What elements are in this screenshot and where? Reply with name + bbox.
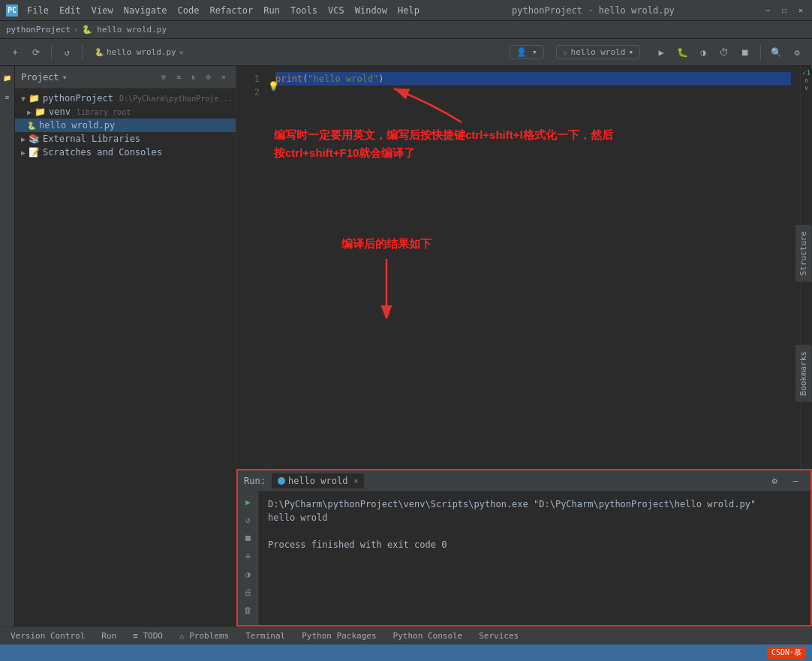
toolbar-revert[interactable]: ↺ (58, 44, 76, 62)
tab-version-control[interactable]: Version Control (3, 629, 92, 642)
tab-python-packages[interactable]: Python Packages (294, 629, 383, 642)
menu-file[interactable]: File (23, 4, 53, 17)
title-bar-controls: — ☐ ✕ (762, 5, 806, 16)
tree-venv[interactable]: ▶ 📁 venv library root (15, 105, 236, 119)
toolbar-add[interactable]: + (6, 44, 24, 62)
panel-collapse-icon[interactable]: ⇅ (188, 71, 200, 83)
menu-window[interactable]: Window (350, 4, 392, 17)
sidebar-project-icon[interactable]: 📁 (0, 69, 17, 87)
tab-hello-wrold[interactable]: 🐍 hello wrold.py ✕ (89, 47, 190, 57)
branch-icon: ⬦ (563, 47, 568, 57)
menu-vcs[interactable]: VCS (323, 4, 349, 17)
scratch-icon: 📝 (29, 147, 40, 158)
panel-expand-icon[interactable]: ≡ (173, 71, 185, 83)
editor-area: 1 2 print("hello wrold") 💡 (236, 66, 812, 626)
menu-help[interactable]: Help (393, 4, 424, 17)
profile-button[interactable]: 👤 ▾ (510, 45, 543, 59)
run-print-icon[interactable]: 🖨 (241, 584, 256, 599)
search-button[interactable]: 🔍 (767, 44, 785, 62)
menu-bar: File Edit View Navigate Code Refactor Ru… (23, 4, 424, 17)
toolbar-sync[interactable]: ⟳ (27, 44, 45, 62)
tree-external-libs[interactable]: ▶ 📚 External Libraries (15, 132, 236, 146)
run-label: Run: (244, 476, 266, 486)
close-button[interactable]: ✕ (795, 5, 806, 16)
keyword-print: print (275, 74, 302, 84)
toolbar-separator-3 (760, 45, 761, 60)
tab-close-icon[interactable]: ✕ (179, 48, 184, 56)
gutter-checkmark: ✓1 (802, 69, 810, 77)
code-line-2 (275, 86, 791, 99)
menu-run[interactable]: Run (259, 4, 284, 17)
left-sidebar: 📁 ≡ (0, 66, 15, 626)
project-panel-title: Project ▾ (21, 72, 68, 83)
annotation-arrow-1 (386, 81, 477, 128)
line-number-1: 1 (236, 72, 266, 86)
panel-add-icon[interactable]: ⊕ (158, 71, 170, 83)
run-trash-icon[interactable]: 🗑 (241, 602, 256, 617)
tab-python-console[interactable]: Python Console (386, 629, 471, 642)
settings-button[interactable]: ⚙ (788, 44, 806, 62)
run-rerun-icon[interactable]: ↺ (241, 512, 256, 527)
run-coverage-icon[interactable]: ◑ (241, 566, 256, 581)
menu-navigate[interactable]: Navigate (119, 4, 172, 17)
sidebar-structure-icon[interactable]: ≡ (0, 89, 17, 107)
bookmarks-tab[interactable]: Bookmarks (795, 345, 812, 402)
menu-view[interactable]: View (87, 4, 118, 17)
tab-label: hello wrold.py (107, 47, 176, 57)
gutter-up[interactable]: ∧ (804, 77, 808, 84)
project-label: Project (21, 72, 59, 83)
toolbar-separator-2 (82, 45, 83, 60)
structure-tab[interactable]: Structure (795, 225, 812, 282)
tab-terminal[interactable]: Terminal (238, 629, 293, 642)
coverage-button[interactable]: ◑ (694, 44, 712, 62)
tab-todo[interactable]: ≡ TODO (125, 629, 170, 642)
main-toolbar: + ⟳ ↺ 🐍 hello wrold.py ✕ 👤 ▾ ⬦ hello wro… (0, 39, 812, 66)
tree-scratches[interactable]: ▶ 📝 Scratches and Consoles (15, 146, 236, 159)
tab-services[interactable]: Services (471, 629, 526, 642)
run-scroll-icon[interactable]: ≡ (241, 548, 256, 563)
menu-edit[interactable]: Edit (55, 4, 86, 17)
venv-name: venv (49, 107, 71, 117)
tree-hello-py[interactable]: 🐍 hello wrold.py (15, 119, 236, 132)
menu-refactor[interactable]: Refactor (205, 4, 257, 17)
run-button[interactable]: ▶ (652, 44, 670, 62)
menu-tools[interactable]: Tools (286, 4, 322, 17)
run-tab[interactable]: hello wrold ✕ (272, 473, 365, 488)
ext-lib-label: External Libraries (43, 134, 140, 144)
debug-button[interactable]: 🐛 (673, 44, 691, 62)
panel-close-icon[interactable]: ✕ (218, 71, 230, 83)
tree-root[interactable]: ▼ 📁 pythonProject D:\PyCharm\pythonProje… (15, 92, 236, 105)
run-output: D:\PyCharm\pythonProject\venv\Scripts\py… (259, 491, 810, 625)
run-settings-icon[interactable]: ⚙ (765, 472, 783, 490)
tab-problems[interactable]: ⚠ Problems (172, 629, 236, 642)
status-bar: CSDN·慕 (0, 644, 812, 661)
project-dropdown-icon[interactable]: ▾ (62, 72, 68, 83)
bottom-tabs: Version Control Run ≡ TODO ⚠ Problems Te… (0, 626, 812, 644)
project-panel-header: Project ▾ ⊕ ≡ ⇅ ⚙ ✕ (15, 66, 236, 89)
title-bar-left: PC File Edit View Navigate Code Refactor… (6, 4, 424, 17)
gutter-down[interactable]: ∨ (804, 84, 808, 92)
menu-code[interactable]: Code (173, 4, 204, 17)
stop-button[interactable]: ⏹ (736, 44, 754, 62)
maximize-button[interactable]: ☐ (779, 5, 789, 16)
run-minimize-icon[interactable]: — (786, 472, 804, 490)
run-tab-icon (278, 477, 285, 485)
venv-expand-icon: ▶ (27, 108, 32, 116)
tab-run[interactable]: Run (94, 629, 124, 642)
lightbulb-icon[interactable]: 💡 (268, 81, 279, 92)
code-editor[interactable]: print("hello wrold") 💡 (266, 66, 800, 469)
branch-selector[interactable]: ⬦ hello wrold ▾ (556, 45, 640, 59)
root-path: D:\PyCharm\pythonProje... (119, 95, 233, 103)
breadcrumb-file[interactable]: 🐍 hello wrold.py (82, 25, 167, 35)
minimize-button[interactable]: — (762, 5, 773, 16)
run-tab-close-icon[interactable]: ✕ (353, 476, 358, 485)
breadcrumb: pythonProject › 🐍 hello wrold.py (0, 21, 812, 39)
run-stop-icon[interactable]: ⏹ (241, 530, 256, 545)
annotation-arrow-2 (341, 259, 432, 319)
profile-run-button[interactable]: ⏱ (715, 44, 733, 62)
breadcrumb-project[interactable]: pythonProject (6, 25, 71, 35)
panel-settings-icon[interactable]: ⚙ (203, 71, 215, 83)
paren-open: ( (302, 74, 308, 84)
run-play-icon[interactable]: ▶ (241, 494, 256, 509)
annotation-text-2: 编译后的结果如下 (341, 235, 432, 319)
